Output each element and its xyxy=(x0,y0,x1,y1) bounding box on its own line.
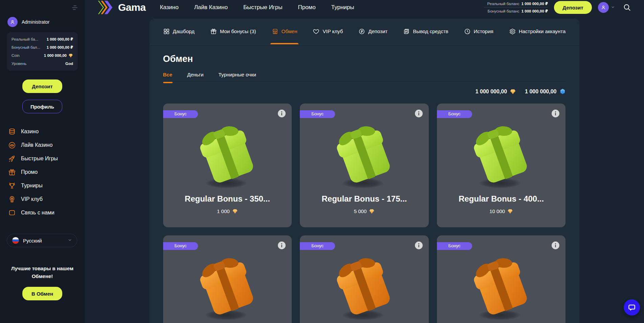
real-balance-label: Реальный баланс xyxy=(487,2,519,6)
exchange-content: Обмен Все Деньги Турнирные очки 1 000 00… xyxy=(150,54,579,323)
info-icon[interactable] xyxy=(277,241,286,250)
filter-all[interactable]: Все xyxy=(163,72,173,83)
orange-gift-image xyxy=(328,256,400,323)
sidebar-item-live-casino[interactable]: Лайв Казино xyxy=(0,138,85,152)
chat-widget-button[interactable] xyxy=(624,299,640,316)
brand-name: Gama xyxy=(118,2,146,13)
coin-value: 1 000 000,00 xyxy=(44,53,73,58)
sidebar-user[interactable]: Administrator xyxy=(7,17,85,27)
filter-tournament-points[interactable]: Турнирные очки xyxy=(218,72,256,83)
bonus-cards-grid: Бонус Regular Bonus - 350... 1 000 Бонус xyxy=(163,103,566,323)
sidebar-deposit-button[interactable]: Депозит xyxy=(22,79,62,93)
green-gift-image xyxy=(465,124,537,191)
header-balances: Реальный баланс 1 000 000,00 ₽ Бонусный … xyxy=(484,0,548,15)
bonus-price: 1 000 xyxy=(217,208,238,214)
coin-label: Coin xyxy=(12,53,20,57)
heart-icon xyxy=(313,28,319,35)
info-icon[interactable] xyxy=(551,109,560,118)
tab-history[interactable]: История xyxy=(464,19,493,44)
green-gift-image xyxy=(192,124,263,191)
real-balance-row: Реальный ба... 1 000 000,00 ₽ xyxy=(12,35,73,43)
tab-label: Дашборд xyxy=(173,28,195,34)
tab-vip-club[interactable]: VIP клуб xyxy=(313,19,343,44)
chat-bubble-icon xyxy=(627,303,636,312)
sidebar-item-contact[interactable]: Связь с нами xyxy=(0,206,85,220)
bonus-title: Regular Bonus - 400... xyxy=(459,194,544,204)
sidebar: Administrator Реальный ба... 1 000 000,0… xyxy=(0,0,85,323)
tab-label: VIP клуб xyxy=(323,28,343,34)
search-icon[interactable] xyxy=(623,3,631,11)
tab-exchange[interactable]: Обмен xyxy=(272,19,297,44)
bonus-card[interactable]: Бонус Regular Bonus - 400... 10 000 xyxy=(437,103,566,227)
filter-money[interactable]: Деньги xyxy=(187,72,203,83)
info-icon[interactable] xyxy=(415,241,423,250)
top-nav-fast-games[interactable]: Быстрые Игры xyxy=(243,4,283,11)
tab-deposit[interactable]: Депозит xyxy=(358,19,387,44)
top-nav-live-casino[interactable]: Лайв Казино xyxy=(194,4,228,11)
brand-logo[interactable]: Gama xyxy=(97,0,146,15)
promo-icon xyxy=(8,168,16,176)
bonus-card[interactable]: Бонус xyxy=(437,235,566,323)
tab-label: Мои бонусы (3) xyxy=(220,28,256,34)
bonus-card[interactable]: Бонус Regular Bonus - 175... 5 000 xyxy=(300,103,429,227)
bonus-card[interactable]: Бонус xyxy=(163,235,292,323)
bonus-balance-label: Бонусный бал... xyxy=(12,45,40,49)
header-deposit-button[interactable]: Депозит xyxy=(554,1,592,14)
language-label: Русский xyxy=(23,238,42,244)
language-selector[interactable]: Русский xyxy=(7,234,77,247)
info-icon[interactable] xyxy=(551,241,560,250)
top-nav-promo[interactable]: Промо xyxy=(298,4,315,11)
real-balance-value: 1 000 000,00 ₽ xyxy=(521,1,548,6)
tournaments-icon xyxy=(8,182,16,190)
gift-icon xyxy=(210,28,217,35)
bonus-balance-label: Бонусный баланс xyxy=(488,9,519,13)
sidebar-item-label: Быстрые Игры xyxy=(21,156,58,162)
sidebar-profile-button[interactable]: Профиль xyxy=(22,100,62,113)
exchange-balances: 1 000 000,00 1 000 000,00 xyxy=(163,88,566,95)
bonus-price-value: 1 000 xyxy=(217,208,230,214)
real-balance-value: 1 000 000,00 ₽ xyxy=(47,37,73,42)
info-icon[interactable] xyxy=(415,109,423,118)
vip-icon xyxy=(8,195,16,203)
orange-gift-image xyxy=(192,256,263,323)
level-value: God xyxy=(65,62,73,66)
coin-balance-row: Coin 1 000 000,00 xyxy=(12,51,73,60)
tab-label: Депозит xyxy=(368,28,387,34)
sidebar-item-label: Промо xyxy=(21,169,38,175)
top-nav-casino[interactable]: Казино xyxy=(160,4,178,11)
bonus-badge: Бонус xyxy=(300,242,335,250)
chevron-down-icon xyxy=(68,237,72,244)
tab-withdraw[interactable]: Вывод средств xyxy=(403,19,448,44)
tab-label: История xyxy=(474,28,493,34)
orange-gift-image xyxy=(465,256,537,323)
info-icon[interactable] xyxy=(277,109,286,118)
orange-gem-icon xyxy=(68,53,73,58)
sidebar-collapse-icon[interactable] xyxy=(71,4,79,13)
sidebar-item-casino[interactable]: Казино xyxy=(0,125,85,138)
sidebar-item-fast-games[interactable]: Быстрые Игры xyxy=(0,152,85,165)
bonus-card[interactable]: Бонус xyxy=(300,235,429,323)
orange-gem-icon xyxy=(510,88,516,95)
top-bar: Gama Казино Лайв Казино Быстрые Игры Про… xyxy=(85,0,644,15)
bonus-badge: Бонус xyxy=(437,110,472,118)
tab-account-settings[interactable]: Настройки аккаунта xyxy=(509,19,566,44)
sidebar-item-tournaments[interactable]: Турниры xyxy=(0,179,85,192)
bonus-badge: Бонус xyxy=(163,110,198,118)
fast-games-icon xyxy=(8,155,16,163)
bonus-card[interactable]: Бонус Regular Bonus - 350... 1 000 xyxy=(163,103,292,227)
bonus-price: 5 000 xyxy=(354,208,375,214)
points-balance: 1 000 000,00 xyxy=(525,88,565,95)
tab-dashboard[interactable]: Дашборд xyxy=(163,19,195,44)
coin-balance-value: 1 000 000,00 xyxy=(475,89,507,95)
account-menu[interactable] xyxy=(598,2,615,13)
sidebar-item-promo[interactable]: Промо xyxy=(0,165,85,179)
sidebar-item-vip[interactable]: VIP клуб xyxy=(0,192,85,206)
live-casino-icon xyxy=(8,141,16,149)
to-exchange-button[interactable]: В Обмен xyxy=(22,287,62,300)
sidebar-item-label: VIP клуб xyxy=(21,196,43,202)
level-row: Уровень God xyxy=(12,60,73,68)
settings-icon xyxy=(509,28,516,35)
tab-my-bonuses[interactable]: Мои бонусы (3) xyxy=(210,19,256,44)
bonus-price: 10 000 xyxy=(489,208,513,214)
top-nav-tournaments[interactable]: Турниры xyxy=(331,4,354,11)
